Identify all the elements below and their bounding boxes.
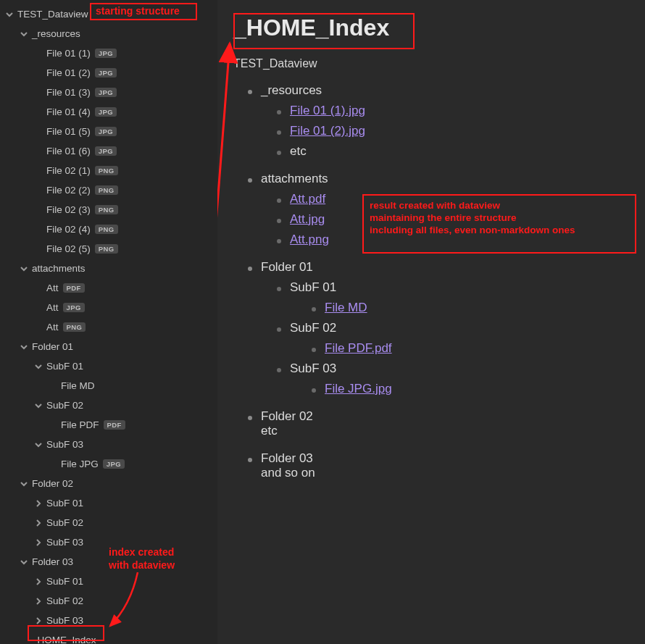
- tree-subfolder[interactable]: SubF 01: [0, 493, 217, 513]
- tree-folder-03[interactable]: Folder 03: [0, 552, 217, 572]
- list-etc: etc: [261, 424, 278, 438]
- tree-item-label: _HOME_Index: [32, 635, 96, 644]
- tree-file[interactable]: File 01 (3)JPG: [0, 83, 217, 102]
- tree-folder-02[interactable]: Folder 02: [0, 474, 217, 493]
- chevron-right-icon: [33, 577, 43, 587]
- tree-item-label: File 02 (3): [46, 204, 91, 215]
- tree-file[interactable]: File 02 (4)PNG: [0, 219, 217, 239]
- tree-file[interactable]: File PDFPDF: [0, 415, 217, 435]
- file-ext-badge: PNG: [95, 205, 118, 214]
- tree-item-label: File 01 (5): [46, 126, 91, 137]
- list-folder-label: Folder 02: [261, 409, 313, 423]
- chevron-down-icon: [19, 557, 29, 567]
- file-link[interactable]: Att.png: [290, 233, 329, 246]
- file-link[interactable]: File 01 (1).jpg: [290, 104, 365, 117]
- tree-item-label: File 01 (2): [46, 67, 91, 78]
- tree-subfolder[interactable]: SubF 02: [0, 591, 217, 611]
- tree-item-label: attachments: [32, 263, 86, 274]
- tree-item-label: _resources: [32, 28, 80, 39]
- tree-item-label: File 01 (4): [46, 106, 91, 117]
- tree-file[interactable]: File 02 (3)PNG: [0, 200, 217, 219]
- list-folder-01: Folder 01 SubF 01 File MD SubF 02 File P…: [233, 260, 629, 396]
- tree-folder-resources[interactable]: _resources: [0, 24, 217, 43]
- file-ext-badge: JPG: [63, 303, 85, 312]
- tree-item-label: Att: [46, 302, 59, 313]
- list-etc: and so on: [261, 466, 315, 480]
- tree-file-home-index[interactable]: _HOME_Index: [0, 630, 217, 644]
- tree-file[interactable]: File 02 (1)PNG: [0, 161, 217, 180]
- tree-folder-root[interactable]: TEST_Dataview: [0, 4, 217, 24]
- tree-item-label: Att: [46, 283, 59, 293]
- file-ext-badge: PNG: [95, 244, 118, 254]
- file-link[interactable]: Att.pdf: [290, 192, 325, 206]
- tree-file[interactable]: AttPNG: [0, 317, 217, 337]
- file-link[interactable]: File PDF.pdf: [325, 341, 392, 355]
- chevron-down-icon: [19, 479, 29, 489]
- file-ext-badge: JPG: [95, 127, 117, 136]
- tree-file[interactable]: File 02 (2)PNG: [0, 180, 217, 200]
- tree-subfolder[interactable]: SubF 02: [0, 396, 217, 415]
- list-etc: etc: [290, 144, 307, 158]
- tree-item-label: SubF 02: [46, 517, 83, 528]
- tree-item-label: SubF 03: [46, 537, 83, 548]
- chevron-down-icon: [33, 401, 43, 411]
- chevron-down-icon: [19, 342, 29, 352]
- file-link[interactable]: Att.jpg: [290, 212, 325, 226]
- file-link[interactable]: File 01 (2).jpg: [290, 124, 365, 138]
- file-tree: TEST_Dataview _resources File 01 (1)JPGF…: [0, 4, 217, 644]
- tree-item-label: SubF 03: [46, 615, 83, 626]
- tree-file[interactable]: File JPGJPG: [0, 454, 217, 474]
- chevron-right-icon: [33, 518, 43, 528]
- file-ext-badge: JPG: [103, 459, 125, 469]
- file-link[interactable]: File MD: [325, 301, 367, 314]
- file-ext-badge: PDF: [104, 420, 125, 430]
- file-ext-badge: PNG: [95, 166, 118, 175]
- tree-subfolder[interactable]: SubF 01: [0, 572, 217, 591]
- file-link[interactable]: File JPG.jpg: [325, 382, 392, 396]
- tree-folder-01[interactable]: Folder 01: [0, 337, 217, 356]
- tree-file[interactable]: File 01 (1)JPG: [0, 43, 217, 63]
- list-folder-label: Folder 03: [261, 451, 313, 465]
- file-ext-badge: PNG: [63, 322, 86, 332]
- tree-item-label: SubF 01: [46, 498, 83, 509]
- tree-subfolder[interactable]: SubF 03: [0, 435, 217, 454]
- list-folder-label: _resources: [261, 83, 322, 97]
- list-subfolder-label: SubF 03: [290, 361, 336, 375]
- file-ext-badge: PNG: [95, 225, 118, 234]
- tree-subfolder[interactable]: SubF 02: [0, 513, 217, 532]
- breadcrumb[interactable]: TEST_Dataview: [233, 57, 629, 70]
- tree-item-label: TEST_Dataview: [17, 9, 88, 20]
- file-ext-badge: JPG: [95, 107, 117, 117]
- tree-file[interactable]: File 01 (4)JPG: [0, 102, 217, 122]
- list-folder-label: Folder 01: [261, 260, 313, 274]
- tree-file[interactable]: AttPDF: [0, 278, 217, 298]
- tree-item-label: Folder 03: [32, 556, 73, 567]
- tree-subfolder[interactable]: SubF 03: [0, 611, 217, 630]
- file-ext-badge: JPG: [95, 88, 117, 97]
- chevron-right-icon: [33, 616, 43, 626]
- tree-subfolder[interactable]: SubF 01: [0, 356, 217, 376]
- chevron-down-icon: [19, 264, 29, 274]
- note-view: _HOME_Index TEST_Dataview _resources Fil…: [217, 0, 645, 644]
- tree-file[interactable]: File MD: [0, 376, 217, 396]
- tree-item-label: File PDF: [61, 419, 99, 430]
- tree-file[interactable]: File 01 (2)JPG: [0, 63, 217, 83]
- tree-item-label: SubF 03: [46, 439, 83, 450]
- tree-item-label: SubF 02: [46, 595, 83, 606]
- tree-item-label: Att: [46, 322, 59, 333]
- tree-file[interactable]: File 01 (6)JPG: [0, 141, 217, 161]
- list-attachments: attachments Att.pdf Att.jpg Att.png: [233, 172, 629, 247]
- tree-file[interactable]: File 01 (5)JPG: [0, 122, 217, 141]
- tree-file[interactable]: AttJPG: [0, 298, 217, 317]
- file-ext-badge: JPG: [95, 49, 117, 58]
- tree-item-label: File 01 (6): [46, 146, 91, 156]
- tree-subfolder[interactable]: SubF 03: [0, 532, 217, 552]
- list-folder-03: Folder 03 and so on: [233, 451, 629, 480]
- tree-item-label: File MD: [61, 380, 95, 391]
- chevron-right-icon: [33, 498, 43, 509]
- file-explorer-sidebar: TEST_Dataview _resources File 01 (1)JPGF…: [0, 0, 217, 644]
- tree-folder-attachments[interactable]: attachments: [0, 259, 217, 278]
- list-resources: _resources File 01 (1).jpg File 01 (2).j…: [233, 83, 629, 159]
- tree-file[interactable]: File 02 (5)PNG: [0, 239, 217, 259]
- chevron-down-icon: [19, 29, 29, 39]
